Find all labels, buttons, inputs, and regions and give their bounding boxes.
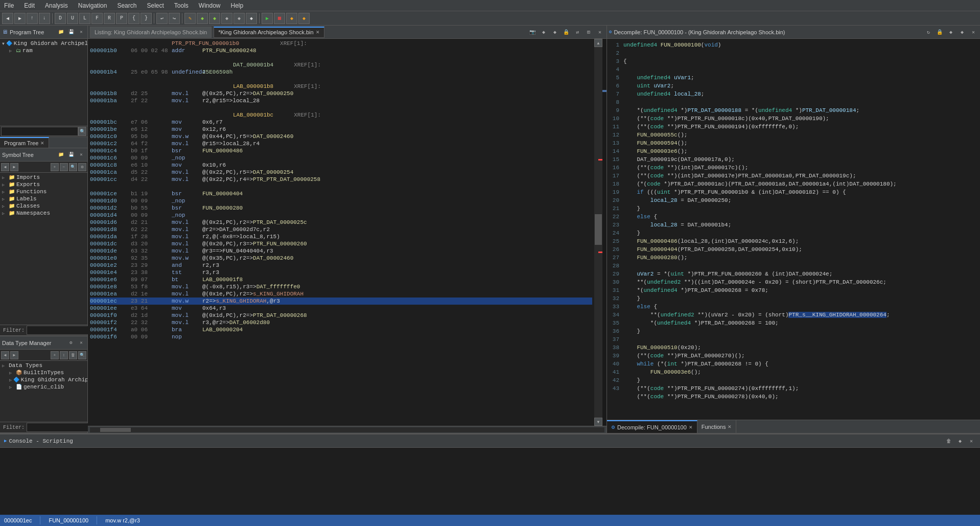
menu-navigation[interactable]: Navigation xyxy=(76,2,109,9)
dt-new-btn[interactable]: + xyxy=(51,351,59,359)
program-tree-filter-btn[interactable]: 🔍 xyxy=(78,127,86,136)
listing-swap-btn[interactable]: ⇄ xyxy=(573,28,582,37)
snapshot2-btn[interactable]: ◆ xyxy=(209,13,220,24)
listing-code-area[interactable]: PTR_PTR_FUN_000001b0 XREF[1]: 000001b0 0… xyxy=(88,39,594,426)
sym-filter-btn[interactable]: 🔍 xyxy=(69,163,77,171)
dc-snap-btn[interactable]: ◆ xyxy=(946,28,955,37)
label-btn[interactable]: L xyxy=(79,13,90,24)
dt-back-btn[interactable]: ◀ xyxy=(1,351,9,359)
debug-btn[interactable]: ◆ xyxy=(298,13,310,24)
dt-data-types[interactable]: ▷ Data Types xyxy=(1,362,86,369)
functions-tab[interactable]: Functions ✕ xyxy=(697,420,737,433)
listing-snap-btn[interactable]: ◆ xyxy=(539,28,548,37)
redo-btn[interactable]: ↪ xyxy=(169,13,180,24)
symbol-tree-save-btn[interactable]: 💾 xyxy=(67,151,75,159)
menu-file[interactable]: File xyxy=(2,2,16,9)
close-brace-btn[interactable]: } xyxy=(141,13,152,24)
vscroll-up-btn[interactable]: ▲ xyxy=(594,39,602,47)
sym-delete-btn[interactable]: − xyxy=(60,163,68,171)
console-snap-btn[interactable]: ◆ xyxy=(955,437,965,446)
sym-exports[interactable]: ▷ 📁 Exports xyxy=(1,181,86,188)
menu-analysis[interactable]: Analysis xyxy=(43,2,70,9)
listing-tab-close[interactable]: ✕ xyxy=(316,30,320,35)
menu-search[interactable]: Search xyxy=(115,2,138,9)
listing-snap2-btn[interactable]: ◆ xyxy=(550,28,559,37)
sym-back-btn[interactable]: ◀ xyxy=(1,163,9,171)
disassemble-btn[interactable]: D xyxy=(55,13,66,24)
bookmark-btn[interactable]: ✎ xyxy=(184,13,196,24)
open-brace-btn[interactable]: { xyxy=(128,13,139,24)
vscroll-thumb[interactable] xyxy=(595,214,602,245)
dt-settings-btn[interactable]: ⚙ xyxy=(67,339,75,347)
tree-item-root[interactable]: ▼ 🔷 King Ghidorah Archipelago Shock.bin xyxy=(1,40,86,47)
listing-lock-btn[interactable]: 🔒 xyxy=(562,28,571,37)
menu-edit[interactable]: Edit xyxy=(22,2,37,9)
listing-active-tab[interactable]: *King Ghidorah Archipelago Shock.bin ✕ xyxy=(214,27,324,38)
program-tree-save-btn[interactable]: 💾 xyxy=(67,28,75,36)
listing-hscrollbar[interactable] xyxy=(88,426,606,433)
menu-select[interactable]: Select xyxy=(145,2,166,9)
pointer-btn[interactable]: P xyxy=(116,13,127,24)
run-btn[interactable]: ▶ xyxy=(262,13,273,24)
listing-screenshot-btn[interactable]: 📷 xyxy=(528,28,537,37)
symbol-tree-open-btn[interactable]: 📁 xyxy=(57,151,65,159)
program-tree-tab[interactable]: Program Tree ✕ xyxy=(0,137,49,148)
symbol-tree-scroll[interactable]: ▷ 📁 Imports ▷ 📁 Exports ▷ 📁 Functions xyxy=(0,173,87,280)
nav-up-btn[interactable]: ↑ xyxy=(27,13,38,24)
patch-btn[interactable]: ◆ xyxy=(221,13,232,24)
decompiler-content[interactable]: 1234567891011121314151617181920212223242… xyxy=(607,39,980,420)
snapshot-btn[interactable]: ◆ xyxy=(197,13,208,24)
program-tree-open-btn[interactable]: 📁 xyxy=(57,28,65,36)
undefined-btn[interactable]: U xyxy=(67,13,78,24)
sym-labels[interactable]: ▷ 📁 Labels xyxy=(1,195,86,202)
function-btn[interactable]: F xyxy=(91,13,103,24)
program-tree-filter-input[interactable] xyxy=(1,127,78,136)
connect-btn[interactable]: ◆ xyxy=(286,13,297,24)
menu-window[interactable]: Window xyxy=(197,2,223,9)
nav-forward-btn[interactable]: ▶ xyxy=(14,13,26,24)
selected-code-line[interactable]: 000001ec 23 21 mov.w r2=>s_KING_GHIDORAH… xyxy=(90,298,592,305)
nav-prev-fn-btn[interactable]: ↓ xyxy=(39,13,50,24)
menu-help[interactable]: Help xyxy=(229,2,246,9)
import-btn[interactable]: ◆ xyxy=(246,13,257,24)
dc-lock-btn[interactable]: 🔒 xyxy=(935,28,944,37)
dt-forward-btn[interactable]: ▶ xyxy=(10,351,18,359)
console-clear-btn[interactable]: 🗑 xyxy=(944,437,953,446)
dt-king-ghidorah[interactable]: ▷ 🔷 King Ghidorah Archipelago S xyxy=(1,376,86,383)
menu-tools[interactable]: Tools xyxy=(172,2,191,9)
program-tree-tab-close[interactable]: ✕ xyxy=(40,141,44,146)
listing-close-btn[interactable]: ✕ xyxy=(595,28,604,37)
hscroll-thumb[interactable] xyxy=(100,428,131,432)
dt-generic-clib[interactable]: ▷ 📄 generic_clib xyxy=(1,383,86,391)
references-btn[interactable]: R xyxy=(104,13,115,24)
nav-back-btn[interactable]: ◀ xyxy=(2,13,13,24)
decompile-tab[interactable]: ⚙ Decompile: FUN_00000100 ✕ xyxy=(607,420,697,433)
console-close-btn[interactable]: ✕ xyxy=(967,437,976,446)
sym-functions[interactable]: ▷ 📁 Functions xyxy=(1,188,86,195)
listing-inactive-tab[interactable]: Listing: King Ghidorah Archipelago Shock… xyxy=(90,27,212,38)
console-content[interactable] xyxy=(0,448,980,516)
dc-refresh-btn[interactable]: ↻ xyxy=(924,28,933,37)
dc-close-btn[interactable]: ✕ xyxy=(969,28,978,37)
listing-grid-btn[interactable]: ⊞ xyxy=(584,28,593,37)
dt-sort-btn[interactable]: ↕ xyxy=(60,351,68,359)
sym-imports[interactable]: ▷ 📁 Imports xyxy=(1,174,86,181)
patch2-btn[interactable]: ◆ xyxy=(234,13,245,24)
dt-close-btn[interactable]: ✕ xyxy=(77,339,85,347)
sym-forward-btn[interactable]: ▶ xyxy=(10,163,18,171)
sym-classes[interactable]: ▷ 📁 Classes xyxy=(1,202,86,210)
dt-delete-btn[interactable]: 🗑 xyxy=(69,351,77,359)
dt-filter-btn[interactable]: 🔍 xyxy=(78,351,86,359)
stop-btn[interactable]: ⏹ xyxy=(274,13,285,24)
tree-item-ram[interactable]: ▷ 🗂 ram xyxy=(1,47,86,54)
dc-snap2-btn[interactable]: ◆ xyxy=(958,28,967,37)
functions-tab-close[interactable]: ✕ xyxy=(728,424,732,429)
sym-create-btn[interactable]: + xyxy=(51,163,59,171)
sym-settings-btn[interactable]: ⚙ xyxy=(78,163,86,171)
program-tree-close-btn[interactable]: ✕ xyxy=(77,28,85,36)
vscroll-down-btn[interactable]: ▼ xyxy=(594,418,602,426)
decompile-tab-close[interactable]: ✕ xyxy=(689,425,693,430)
undo-btn[interactable]: ↩ xyxy=(156,13,168,24)
sym-namespaces[interactable]: ▷ 📁 Namespaces xyxy=(1,210,86,217)
symbol-tree-close-btn[interactable]: ✕ xyxy=(77,151,85,159)
